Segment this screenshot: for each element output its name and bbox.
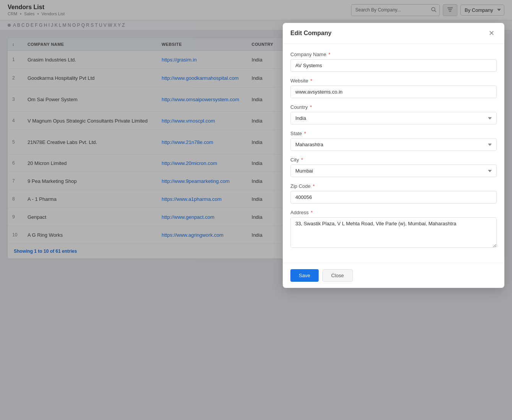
input-website[interactable] [290,86,497,98]
required-marker-country: * [310,104,312,110]
edit-company-modal: Edit Company ✕ Company Name * Website * [283,23,504,288]
required-marker-zip: * [313,183,314,189]
form-group-address: Address * [290,210,497,249]
modal-body: Company Name * Website * Country * [283,44,504,263]
required-marker-city: * [301,157,303,163]
label-company-name: Company Name * [290,52,497,57]
close-button[interactable]: Close [322,269,353,282]
input-zip[interactable] [290,191,497,204]
required-marker-website: * [310,78,312,84]
select-country[interactable]: India USA UK Australia [290,112,497,124]
label-zip: Zip Code * [290,183,497,189]
select-state[interactable]: Maharashtra Andhra Pradesh Assam Chandig… [290,138,497,151]
modal-footer: Save Close [283,263,504,288]
modal-title: Edit Company [290,30,332,37]
save-button[interactable]: Save [290,269,319,282]
label-address: Address * [290,210,497,215]
form-group-country: Country * India USA UK Australia [290,104,497,124]
select-city[interactable]: Mumbai Pune Nagpur Thane [290,165,497,177]
label-state: State * [290,131,497,136]
required-marker-state: * [304,131,306,136]
modal-close-button[interactable]: ✕ [486,29,497,37]
form-group-website: Website * [290,78,497,98]
form-group-company-name: Company Name * [290,52,497,72]
form-group-zip: Zip Code * [290,183,497,204]
label-city: City * [290,157,497,163]
form-group-state: State * Maharashtra Andhra Pradesh Assam… [290,131,497,151]
input-company-name[interactable] [290,59,497,72]
required-marker-address: * [311,210,313,215]
textarea-address[interactable] [290,217,497,248]
modal-header: Edit Company ✕ [283,23,504,44]
label-country: Country * [290,104,497,110]
label-website: Website * [290,78,497,84]
modal-overlay: Edit Company ✕ Company Name * Website * [0,0,512,420]
form-group-city: City * Mumbai Pune Nagpur Thane [290,157,497,177]
required-marker: * [329,52,331,57]
